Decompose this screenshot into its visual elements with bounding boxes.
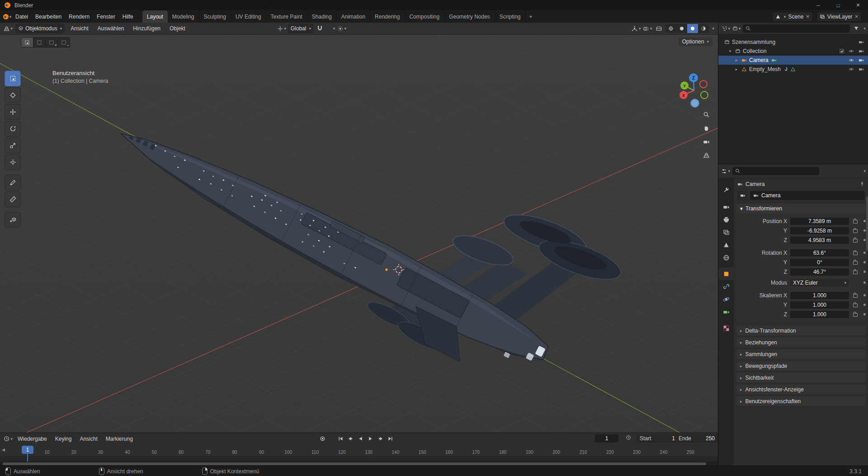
workspace-tab-texture-paint[interactable]: Texture Paint [266, 10, 307, 23]
animate-dot[interactable] [863, 239, 866, 241]
lock-icon[interactable] [851, 293, 859, 298]
section-ansichtsfenster-anzeige[interactable]: ▸Ansichtsfenster-Anzeige [736, 385, 866, 394]
display-mode-icon[interactable]: ▾ [732, 24, 741, 33]
jump-to-end-button[interactable] [386, 434, 395, 443]
pin-icon[interactable] [859, 181, 865, 187]
hide-eye-icon[interactable] [849, 67, 854, 72]
collapse-arrow-icon[interactable]: ◀ [2, 447, 5, 452]
properties-tab-texture[interactable] [718, 322, 734, 334]
properties-tab-constraints[interactable] [718, 280, 734, 293]
app-menu-icon[interactable]: ▾ [3, 12, 12, 21]
position-x-field[interactable]: 7.3589 m [790, 218, 849, 225]
select-mode-extend-button[interactable]: + [46, 37, 58, 48]
rotation-z-field[interactable]: 46.7° [790, 268, 849, 276]
menu-auswaehlen[interactable]: Auswählen [94, 24, 127, 33]
outliner-row-scene-collection[interactable]: Szenensammlung [718, 38, 868, 47]
menu-fenster[interactable]: Fenster [93, 12, 119, 22]
outliner-search-input[interactable] [743, 24, 850, 33]
proportional-edit-icon[interactable]: ▾ [337, 24, 346, 33]
overlays-toggle-icon[interactable]: ▾ [643, 24, 652, 33]
animate-dot[interactable] [863, 261, 866, 263]
shading-rendered-button[interactable] [698, 24, 709, 33]
shading-wireframe-button[interactable] [665, 24, 676, 33]
shading-material-button[interactable] [687, 24, 698, 33]
viewport-3d[interactable]: ▾ Objektmodus▾ Ansicht Auswählen Hinzufü… [0, 23, 718, 433]
exclude-checkbox[interactable] [839, 48, 845, 54]
workspace-tab-sculpting[interactable]: Sculpting [199, 10, 231, 23]
unlink-scene-icon[interactable]: ✕ [806, 14, 809, 19]
shading-settings-icon[interactable]: ▾ [712, 26, 714, 31]
menu-ansicht[interactable]: Ansicht [76, 434, 100, 443]
workspace-tab-compositing[interactable]: Compositing [405, 10, 444, 23]
scale-x-field[interactable]: 1.000 [790, 292, 849, 299]
lock-icon[interactable] [851, 219, 859, 224]
maximize-button[interactable]: □ [828, 0, 848, 10]
workspace-tab-geometry-nodes[interactable]: Geometry Nodes [444, 10, 495, 23]
section-benutzereigenschaften[interactable]: ▸Benutzereigenschaften [736, 396, 866, 406]
properties-tab-view-layer[interactable] [718, 226, 734, 238]
pan-hand-icon[interactable] [699, 122, 713, 134]
add-workspace-button[interactable]: + [526, 10, 536, 23]
workspace-tab-animation[interactable]: Animation [337, 10, 370, 23]
gizmo-axis-z-neg[interactable] [691, 99, 699, 107]
workspace-tab-modeling[interactable]: Modeling [168, 10, 199, 23]
section-beziehungen[interactable]: ▸Beziehungen [736, 338, 866, 347]
menu-wiedergabe[interactable]: Wiedergabe [14, 434, 50, 443]
editor-type-icon[interactable]: ▾ [721, 167, 730, 176]
render-visibility-icon[interactable] [859, 39, 864, 45]
tool-cursor[interactable] [5, 87, 21, 103]
section-bewegungspfade[interactable]: ▸Bewegungspfade [736, 361, 866, 371]
current-frame-marker[interactable]: 1 [22, 446, 33, 454]
tool-annotate[interactable] [5, 175, 21, 190]
outliner-row-empty-mesh[interactable]: ▸ Empty_Mesh [718, 65, 868, 74]
scale-z-field[interactable]: 1.000 [790, 311, 849, 318]
lock-icon[interactable] [851, 238, 859, 243]
snap-settings-icon[interactable]: ▾ [326, 24, 335, 33]
mode-dropdown[interactable]: Objektmodus▾ [15, 24, 65, 33]
play-button[interactable] [366, 434, 375, 443]
auto-keying-button[interactable] [318, 434, 327, 443]
menu-keying[interactable]: Keying [52, 434, 75, 443]
workspace-tab-scripting[interactable]: Scripting [495, 10, 526, 23]
editor-type-icon[interactable]: ▾ [4, 434, 13, 443]
minimize-button[interactable]: ─ [808, 0, 828, 10]
viewlayer-selector[interactable]: ViewLayer ✕ [816, 12, 862, 22]
menu-hinzufuegen[interactable]: Hinzufügen [130, 24, 164, 33]
timeline-ruler[interactable]: ◀ 10203040506070809010011012013014015016… [0, 444, 718, 457]
lock-icon[interactable] [851, 228, 859, 233]
properties-tab-world[interactable] [718, 251, 734, 264]
disclosure-icon[interactable]: ▸ [734, 58, 739, 62]
animate-dot[interactable] [863, 313, 866, 315]
tool-measure[interactable] [5, 191, 21, 207]
outliner-row-collection[interactable]: ▾ Collection [718, 47, 868, 56]
hide-eye-icon[interactable] [849, 57, 854, 63]
animate-dot[interactable] [863, 252, 866, 254]
tool-add-cube[interactable] [5, 212, 21, 228]
chevron-down-icon[interactable]: ▾ [863, 26, 866, 31]
menu-rendern[interactable]: Rendern [65, 12, 93, 22]
select-mode-tweak-button[interactable] [21, 37, 33, 48]
section-sammlungen[interactable]: ▸Sammlungen [736, 349, 866, 359]
properties-tab-render[interactable] [718, 200, 734, 213]
editor-type-icon[interactable]: ▾ [721, 24, 730, 33]
tool-move[interactable] [5, 104, 21, 120]
properties-tab-output[interactable] [718, 213, 734, 226]
position-y-field[interactable]: -6.9258 m [790, 227, 849, 234]
animate-dot[interactable] [863, 304, 866, 306]
gizmos-toggle-icon[interactable]: ▾ [632, 24, 641, 33]
jump-to-start-button[interactable] [336, 434, 345, 443]
menu-datei[interactable]: Datei [12, 12, 32, 22]
workspace-tab-rendering[interactable]: Rendering [370, 10, 405, 23]
object-name-field[interactable]: Camera [750, 191, 865, 200]
unlink-viewlayer-icon[interactable]: ✕ [855, 14, 859, 19]
transform-panel-header[interactable]: ▾ Transformieren [736, 204, 866, 214]
animate-dot[interactable] [863, 271, 866, 273]
menu-markierung[interactable]: Markierung [103, 434, 136, 443]
menu-hilfe[interactable]: Hilfe [119, 12, 137, 22]
render-visibility-icon[interactable] [859, 48, 864, 54]
scrollbar[interactable] [866, 196, 868, 251]
render-visibility-icon[interactable] [859, 57, 864, 63]
id-browse-button[interactable] [737, 191, 748, 200]
properties-search-input[interactable] [732, 167, 819, 175]
tool-transform[interactable] [5, 154, 21, 170]
